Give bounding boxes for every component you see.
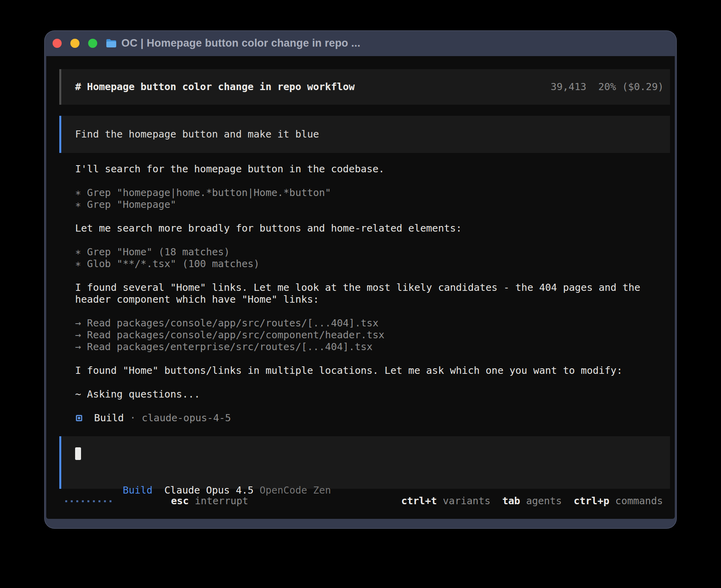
token-count: 39,413 [551, 81, 586, 93]
assistant-text-line: header component which have "Home" links… [75, 294, 670, 305]
assistant-text-line: I found "Home" buttons/links in multiple… [75, 365, 670, 377]
tool-call-line: ∗ Glob "**/*.tsx" (100 matches) [75, 258, 670, 270]
interrupt-hint: esc interrupt [123, 483, 248, 519]
terminal-window: OC | Homepage button color change in rep… [44, 30, 677, 529]
keyboard-hints: ctrl+t variantstab agentsctrl+p commands [401, 495, 663, 507]
blank-line [75, 353, 670, 365]
session-stats: 39,413 20% ($0.29) [551, 81, 664, 93]
interrupt-label: interrupt [195, 495, 248, 507]
minimize-button[interactable] [70, 39, 79, 48]
blank-line [75, 377, 670, 388]
blank-line [75, 175, 670, 187]
blank-line [75, 305, 670, 317]
window-titlebar: OC | Homepage button color change in rep… [44, 30, 677, 56]
session-title: # Homepage button color change in repo w… [75, 81, 355, 93]
blank-line [75, 400, 670, 412]
agent-status-line: Build · claude-opus-4-5 [75, 412, 670, 424]
terminal-content: # Homepage button color change in repo w… [46, 56, 675, 519]
message-input[interactable]: Build Claude Opus 4.5 OpenCode Zen [59, 436, 670, 489]
esc-key-label: esc [171, 495, 189, 507]
zoom-button[interactable] [88, 39, 97, 48]
tool-call-line: → Read packages/console/app/src/componen… [75, 329, 670, 341]
status-bar: esc interrupt ctrl+t variantstab agentsc… [59, 495, 670, 507]
blank-line [75, 234, 670, 246]
traffic-lights [53, 39, 97, 48]
close-button[interactable] [53, 39, 62, 48]
assistant-text-line: Let me search more broadly for buttons a… [75, 222, 670, 234]
tool-call-line: → Read packages/console/app/src/routes/[… [75, 317, 670, 329]
build-agent-icon [76, 415, 82, 421]
model-status-row: Build Claude Opus 4.5 OpenCode Zen [75, 473, 664, 484]
assistant-text-line: I'll search for the homepage button in t… [75, 163, 670, 175]
agent-model: claude-opus-4-5 [142, 412, 231, 424]
user-message-text: Find the homepage button and make it blu… [75, 128, 319, 140]
hint-commands: ctrl+p commands [574, 495, 663, 507]
tool-call-line: ∗ Grep "Homepage" [75, 199, 670, 211]
tool-call-line: → Read packages/enterprise/src/routes/[.… [75, 341, 670, 353]
blank-line [75, 211, 670, 222]
folder-icon [106, 39, 117, 48]
window-title: OC | Homepage button color change in rep… [121, 37, 360, 49]
tool-call-line: ∗ Grep "Home" (18 matches) [75, 246, 670, 258]
tool-call-line: ∗ Grep "homepage|home.*button|Home.*butt… [75, 187, 670, 199]
agent-name: Build [82, 412, 124, 424]
assistant-transcript: I'll search for the homepage button in t… [59, 163, 670, 424]
session-header: # Homepage button color change in repo w… [59, 69, 670, 105]
user-message: Find the homepage button and make it blu… [59, 116, 670, 153]
blank-line [75, 270, 670, 282]
assistant-text-line: ~ Asking questions... [75, 388, 670, 400]
model-provider-label: OpenCode Zen [260, 484, 331, 496]
text-cursor [75, 447, 81, 460]
hint-agents: tab agents [502, 495, 562, 507]
context-usage: 20% ($0.29) [598, 81, 664, 93]
hint-variants: ctrl+t variants [401, 495, 491, 507]
spinner-dots-icon [65, 500, 111, 502]
assistant-text-line: I found several "Home" links. Let me loo… [75, 282, 670, 294]
